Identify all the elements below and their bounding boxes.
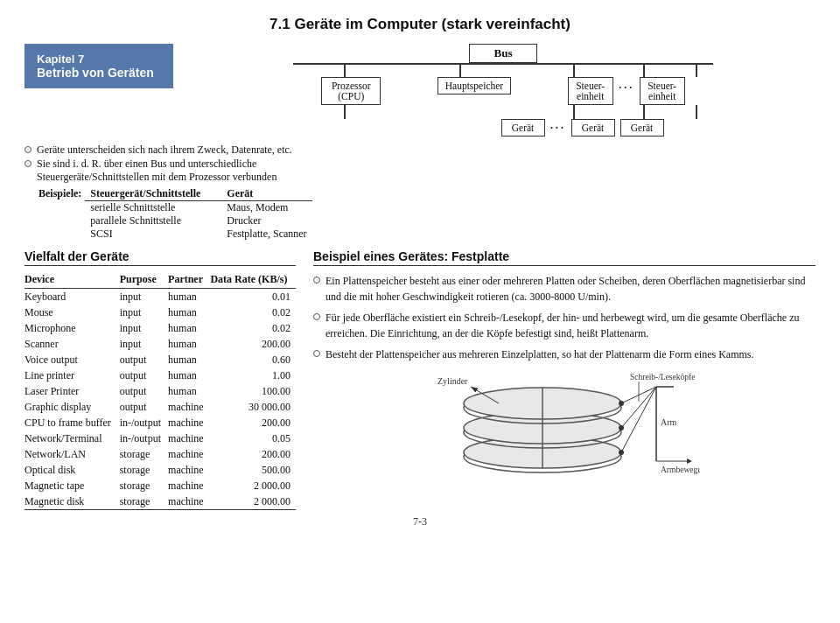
bsp-col2: Festplatte, Scanner (221, 228, 312, 241)
main-columns: Vielfalt der Geräte DevicePurposePartner… (24, 249, 816, 510)
geraet3-box: Gerät (620, 119, 664, 136)
device-row: Magnetic tapestoragemachine2 000.00 (24, 478, 296, 494)
device-cell: human (168, 352, 210, 368)
device-row: Voice outputoutputhuman0.60 (24, 352, 296, 368)
device-row: Graphic displayoutputmachine30 000.00 (24, 399, 296, 415)
bullet1-dot (24, 146, 32, 153)
intro-bullet1: Geräte unterscheiden sich nach ihrem Zwe… (24, 144, 816, 157)
svg-text:Schreib-/Leseköpfe: Schreib-/Leseköpfe (630, 373, 695, 382)
device-cell: input (120, 289, 168, 305)
geraet2-box: Gerät (571, 119, 615, 136)
prozessor-box: Prozessor (CPU) (321, 77, 381, 105)
bullet-dot (313, 276, 320, 284)
device-cell: CPU to frame buffer (24, 415, 120, 430)
device-cell: Graphic display (24, 399, 120, 415)
beispiele-row: SCSIFestplatte, Scanner (85, 228, 312, 241)
device-cell: machine (168, 462, 210, 478)
lower-bus-line (293, 105, 713, 119)
device-cell: machine (168, 478, 210, 494)
svg-point-14 (619, 401, 624, 406)
chapter-number: Kapitel 7 (37, 52, 161, 66)
device-cell: storage (120, 446, 168, 462)
device-cell: Line printer (24, 368, 120, 383)
device-table: DevicePurposePartnerData Rate (KB/s) Key… (24, 271, 296, 510)
bus-line (293, 63, 713, 77)
device-cell: 200.00 (210, 415, 296, 430)
geraet-dots: ··· (550, 119, 566, 136)
device-row: Network/LANstoragemachine200.00 (24, 446, 296, 462)
device-cell: in-/output (120, 430, 168, 446)
svg-point-15 (619, 425, 624, 430)
festplatte-bullet: Für jede Oberfläche existiert ein Schrei… (313, 310, 816, 341)
hauptspeicher-col: Hauptspeicher (438, 77, 511, 94)
bullet-dot (313, 313, 320, 320)
device-cell: human (168, 320, 210, 336)
device-cell: Laser Printer (24, 383, 120, 399)
beispiele-row: parallele SchnittstelleDrucker (85, 214, 312, 228)
festplatte-bullet: Ein Plattenspeicher besteht aus einer od… (313, 273, 816, 304)
device-cell: output (120, 352, 168, 368)
intro-line1: Geräte unterscheiden sich nach ihrem Zwe… (37, 144, 292, 157)
device-cell: 200.00 (210, 446, 296, 462)
device-cell: Network/Terminal (24, 430, 120, 446)
device-header: Partner (168, 271, 210, 289)
geraet-group: Gerät ··· Gerät Gerät (501, 119, 664, 136)
bullet-dot (313, 350, 320, 357)
device-cell: 2 000.00 (210, 478, 296, 494)
device-cell: 0.02 (210, 320, 296, 336)
bsp-col1: serielle Schnittstelle (85, 201, 221, 215)
vielfalt-section: Vielfalt der Geräte DevicePurposePartner… (24, 249, 296, 510)
device-cell: input (120, 320, 168, 336)
device-cell: Keyboard (24, 289, 120, 305)
device-header: Purpose (120, 271, 168, 289)
device-cell: Voice output (24, 352, 120, 368)
device-cell: Network/LAN (24, 446, 120, 462)
intro-lines23: Sie sind i. d. R. über einen Bus und unt… (37, 158, 276, 184)
bsp-col1: parallele Schnittstelle (85, 214, 221, 228)
steuer2-box: Steuer- einheit (640, 77, 685, 105)
device-cell: input (120, 304, 168, 320)
chapter-title: Betrieb von Geräten (37, 66, 161, 80)
device-cell: machine (168, 415, 210, 430)
svg-text:Zylinder: Zylinder (438, 376, 468, 386)
device-row: Microphoneinputhuman0.02 (24, 320, 296, 336)
svg-text:Arm: Arm (661, 417, 677, 427)
device-cell: machine (168, 494, 210, 510)
intro-section: Geräte unterscheiden sich nach ihrem Zwe… (24, 144, 816, 184)
bus-diagram: Bus Prozessor (CPU) (173, 44, 816, 136)
device-header: Device (24, 271, 120, 289)
festplatte-title: Beispiel eines Gerätes: Festplatte (313, 249, 816, 266)
device-cell: in-/output (120, 415, 168, 430)
device-cell: 200.00 (210, 336, 296, 352)
bullet-text: Ein Plattenspeicher besteht aus einer od… (326, 273, 816, 304)
device-cell: human (168, 336, 210, 352)
bullet-text: Besteht der Plattenspeicher aus mehreren… (326, 346, 754, 362)
geraet-row: Gerät ··· Gerät Gerät (293, 119, 713, 136)
bsp-header1: Steuergerät/Schnittstelle (85, 187, 221, 201)
geraet1-box: Gerät (501, 119, 545, 136)
chapter-area: Kapitel 7 Betrieb von Geräten (24, 44, 173, 88)
bus-label: Bus (469, 44, 538, 63)
device-cell: 100.00 (210, 383, 296, 399)
device-cell: 0.01 (210, 289, 296, 305)
device-cell: 2 000.00 (210, 494, 296, 510)
device-cell: 0.05 (210, 430, 296, 446)
device-cell: human (168, 368, 210, 383)
device-row: Laser Printeroutputhuman100.00 (24, 383, 296, 399)
svg-point-16 (619, 450, 624, 455)
steuer1-box: Steuer- einheit (568, 77, 613, 105)
device-row: Scannerinputhuman200.00 (24, 336, 296, 352)
svg-text:Armbewegung: Armbewegung (661, 466, 700, 474)
device-row: Network/Terminalin-/outputmachine0.05 (24, 430, 296, 446)
device-cell: human (168, 289, 210, 305)
bsp-header2: Gerät (221, 187, 312, 201)
device-cell: input (120, 336, 168, 352)
hauptspeicher-box: Hauptspeicher (438, 77, 511, 94)
device-cell: human (168, 383, 210, 399)
device-cell: Mouse (24, 304, 120, 320)
device-cell: storage (120, 462, 168, 478)
beispiele-row: serielle SchnittstelleMaus, Modem (85, 201, 312, 215)
svg-marker-21 (687, 458, 692, 464)
intro-bullet2: Sie sind i. d. R. über einen Bus und unt… (24, 158, 816, 184)
device-cell: output (120, 383, 168, 399)
